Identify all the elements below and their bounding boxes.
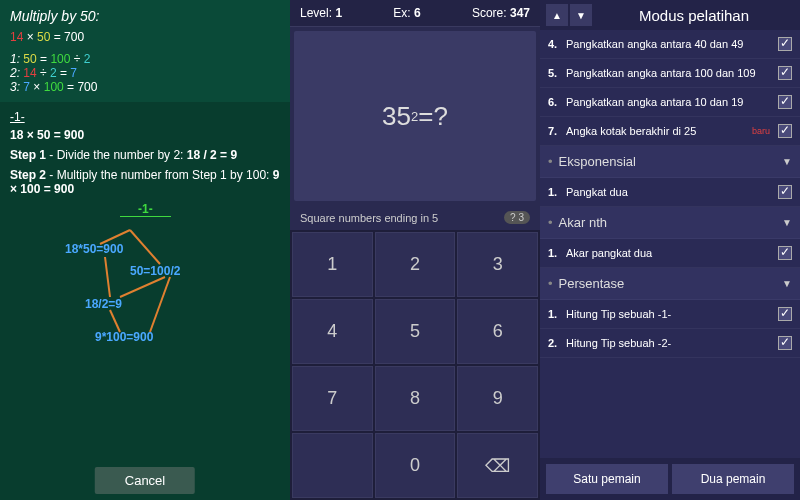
item-label: Pangkat dua: [566, 186, 778, 198]
backspace-icon: ⌫: [485, 455, 510, 477]
settings-header: ▲ ▼ Modus pelatihan: [540, 0, 800, 30]
svg-line-2: [105, 257, 110, 297]
item-number: 2.: [548, 337, 566, 349]
hint-text: Square numbers ending in 5: [300, 212, 438, 224]
item-number: 5.: [548, 67, 566, 79]
item-number: 7.: [548, 125, 566, 137]
hint-count-badge[interactable]: ?3: [504, 211, 530, 224]
chevron-down-icon: ▼: [782, 156, 792, 167]
level-display: Level: 1: [300, 6, 342, 20]
single-player-button[interactable]: Satu pemain: [546, 464, 668, 494]
diagram-node-3: 18/2=9: [85, 297, 122, 311]
question-display: 352=?: [294, 31, 536, 201]
item-label: Angka kotak berakhir di 25: [566, 125, 778, 137]
item-number: 1.: [548, 247, 566, 259]
score-display: Score: 347: [472, 6, 530, 20]
key-0[interactable]: 0: [375, 433, 456, 498]
key-4[interactable]: 4: [292, 299, 373, 364]
item-checkbox[interactable]: [778, 124, 792, 138]
item-checkbox[interactable]: [778, 66, 792, 80]
training-item[interactable]: 6.Pangkatkan angka antara 10 dan 19: [540, 88, 800, 117]
worked-equation: 18 × 50 = 900: [10, 128, 280, 142]
section-header[interactable]: •Akar nth▼: [540, 207, 800, 239]
section-marker: -1-: [10, 110, 280, 124]
chevron-down-icon: ▼: [782, 217, 792, 228]
section-label: Persentase: [559, 276, 783, 291]
new-badge: baru: [752, 126, 770, 136]
section-label: Akar nth: [559, 215, 783, 230]
numeric-keypad: 1234567890⌫: [290, 230, 540, 500]
item-label: Pangkatkan angka antara 100 dan 109: [566, 67, 778, 79]
hint-bar: Square numbers ending in 5 ?3: [290, 205, 540, 230]
nav-up-button[interactable]: ▲: [546, 4, 568, 26]
item-label: Pangkatkan angka antara 40 dan 49: [566, 38, 778, 50]
example-equation: 14 × 50 = 700: [10, 30, 280, 44]
chevron-down-icon: ▼: [782, 278, 792, 289]
hint-line: 2: 14 ÷ 2 = 7: [10, 66, 280, 80]
exercise-display: Ex: 6: [393, 6, 420, 20]
settings-title: Modus pelatihan: [594, 7, 794, 24]
quiz-status-bar: Level: 1 Ex: 6 Score: 347: [290, 0, 540, 27]
empty-key: [292, 433, 373, 498]
training-item[interactable]: 7.Angka kotak berakhir di 25baru: [540, 117, 800, 146]
explanation-panel: Multiply by 50: 14 × 50 = 700 1: 50 = 10…: [0, 0, 290, 500]
training-item[interactable]: 2.Hitung Tip sebuah -2-: [540, 329, 800, 358]
key-7[interactable]: 7: [292, 366, 373, 431]
svg-line-4: [110, 310, 120, 332]
key-5[interactable]: 5: [375, 299, 456, 364]
key-2[interactable]: 2: [375, 232, 456, 297]
section-header[interactable]: •Persentase▼: [540, 268, 800, 300]
hint-line: 3: 7 × 100 = 700: [10, 80, 280, 94]
steps-body: -1- 18 × 50 = 900 Step 1 - Divide the nu…: [0, 102, 290, 360]
key-3[interactable]: 3: [457, 232, 538, 297]
hint-line: 1: 50 = 100 ÷ 2: [10, 52, 280, 66]
section-label: Eksponensial: [559, 154, 783, 169]
key-9[interactable]: 9: [457, 366, 538, 431]
training-mode-list[interactable]: 4.Pangkatkan angka antara 40 dan 495.Pan…: [540, 30, 800, 458]
key-1[interactable]: 1: [292, 232, 373, 297]
item-checkbox[interactable]: [778, 95, 792, 109]
item-checkbox[interactable]: [778, 336, 792, 350]
item-number: 1.: [548, 186, 566, 198]
training-item[interactable]: 5.Pangkatkan angka antara 100 dan 109: [540, 59, 800, 88]
item-label: Pangkatkan angka antara 10 dan 19: [566, 96, 778, 108]
item-label: Hitung Tip sebuah -2-: [566, 337, 778, 349]
key-8[interactable]: 8: [375, 366, 456, 431]
item-checkbox[interactable]: [778, 246, 792, 260]
question-icon: ?: [510, 212, 516, 223]
cancel-button[interactable]: Cancel: [95, 467, 195, 494]
hint-lines: 1: 50 = 100 ÷ 22: 14 ÷ 2 = 73: 7 × 100 =…: [10, 52, 280, 94]
two-player-button[interactable]: Dua pemain: [672, 464, 794, 494]
section-header[interactable]: •Eksponensial▼: [540, 146, 800, 178]
item-number: 6.: [548, 96, 566, 108]
nav-down-button[interactable]: ▼: [570, 4, 592, 26]
item-checkbox[interactable]: [778, 307, 792, 321]
svg-line-3: [120, 277, 165, 297]
item-checkbox[interactable]: [778, 185, 792, 199]
diagram-top: -1-: [120, 202, 171, 217]
quiz-panel: Level: 1 Ex: 6 Score: 347 352=? Square n…: [290, 0, 540, 500]
explanation-header: Multiply by 50: 14 × 50 = 700 1: 50 = 10…: [0, 0, 290, 102]
solution-diagram: -1- 18*50=900 50=100/2 18/2=9 9*100=900: [10, 202, 280, 352]
step-1: Step 1 - Divide the number by 2: 18 / 2 …: [10, 148, 280, 162]
diagram-node-1: 18*50=900: [65, 242, 123, 256]
training-item[interactable]: 1.Akar pangkat dua: [540, 239, 800, 268]
item-checkbox[interactable]: [778, 37, 792, 51]
svg-line-5: [150, 277, 170, 332]
diagram-node-4: 9*100=900: [95, 330, 153, 344]
item-number: 4.: [548, 38, 566, 50]
lesson-title: Multiply by 50:: [10, 8, 280, 24]
player-buttons: Satu pemain Dua pemain: [540, 458, 800, 500]
item-number: 1.: [548, 308, 566, 320]
training-item[interactable]: 4.Pangkatkan angka antara 40 dan 49: [540, 30, 800, 59]
item-label: Akar pangkat dua: [566, 247, 778, 259]
diagram-node-2: 50=100/2: [130, 264, 180, 278]
training-item[interactable]: 1.Pangkat dua: [540, 178, 800, 207]
settings-panel: ▲ ▼ Modus pelatihan 4.Pangkatkan angka a…: [540, 0, 800, 500]
training-item[interactable]: 1.Hitung Tip sebuah -1-: [540, 300, 800, 329]
step-2: Step 2 - Multiply the number from Step 1…: [10, 168, 280, 196]
svg-line-1: [130, 230, 160, 264]
key-6[interactable]: 6: [457, 299, 538, 364]
item-label: Hitung Tip sebuah -1-: [566, 308, 778, 320]
backspace-key[interactable]: ⌫: [457, 433, 538, 498]
